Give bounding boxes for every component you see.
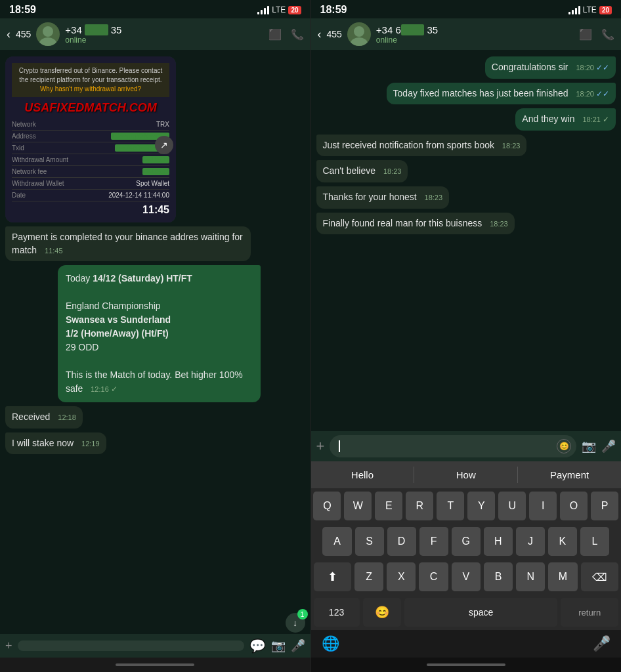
left-contact-info: +34 •••••• 35 online xyxy=(65,24,263,45)
signal-bar-4 xyxy=(267,6,269,14)
key-m[interactable]: M xyxy=(548,562,577,591)
left-phone-icon[interactable]: 📞 xyxy=(291,28,304,41)
key-emoji[interactable]: 😊 xyxy=(363,598,401,627)
key-backspace[interactable]: ⌫ xyxy=(581,562,618,591)
key-g[interactable]: G xyxy=(452,527,481,556)
key-d[interactable]: D xyxy=(387,527,416,556)
win-msg-row: And they win 18:21 ✓ xyxy=(316,108,616,131)
right-camera-icon[interactable]: 📷 xyxy=(582,439,596,453)
believe-message: Can't believe 18:23 xyxy=(316,160,408,182)
believe-time: 18:23 xyxy=(383,167,402,175)
received-text: Received xyxy=(12,411,50,422)
key-r[interactable]: R xyxy=(406,492,433,520)
received-time: 12:18 xyxy=(58,413,76,421)
binance-why-link[interactable]: Why hasn't my withdrawal arrived? xyxy=(17,85,164,94)
left-camera-icon[interactable]: 📷 xyxy=(271,639,286,653)
key-x[interactable]: X xyxy=(387,562,416,591)
suggestion-how[interactable]: How xyxy=(414,467,518,483)
right-back-count: 455 xyxy=(327,29,342,39)
fixed-matches-time: 18:20 ✓✓ xyxy=(576,90,609,98)
right-plus-icon[interactable]: + xyxy=(316,438,325,455)
key-v[interactable]: V xyxy=(452,562,481,591)
key-p[interactable]: P xyxy=(591,492,618,520)
left-contact-status: online xyxy=(65,35,263,45)
key-f[interactable]: F xyxy=(419,527,448,556)
keyboard-row-4: 123 😊 space return xyxy=(311,595,622,630)
match-info-text: Today 14/12 (Saturday) HT/FT England Cha… xyxy=(58,265,261,402)
payment-time: 11:45 xyxy=(45,247,63,255)
binance-network-row: Network TRX xyxy=(12,119,169,131)
finally-text: Finally found real man for this buisness xyxy=(323,218,482,228)
key-return[interactable]: return xyxy=(561,598,618,627)
left-home-bar xyxy=(0,658,310,672)
key-q[interactable]: Q xyxy=(313,492,341,520)
believe-msg-row: Can't believe 18:23 xyxy=(316,160,616,182)
right-phone-icon[interactable]: 📞 xyxy=(601,28,614,41)
fixed-matches-text: Today fixed matches has just been finish… xyxy=(393,88,568,98)
binance-card: Crypto transferred out of Binance. Pleas… xyxy=(5,56,176,222)
key-h[interactable]: H xyxy=(484,527,513,556)
mic-icon-kb[interactable]: 🎤 xyxy=(593,635,610,652)
finally-time: 18:23 xyxy=(490,220,508,228)
match-time: 12:16 ✓ xyxy=(91,385,118,393)
key-s[interactable]: S xyxy=(355,527,384,556)
notification-time: 18:23 xyxy=(502,142,521,150)
binance-time-display: 11:45 xyxy=(12,204,169,216)
scroll-down-button[interactable]: ↓ 1 xyxy=(286,613,305,633)
left-plus-icon[interactable]: + xyxy=(5,639,12,653)
right-mic-icon[interactable]: 🎤 xyxy=(601,439,616,453)
key-123[interactable]: 123 xyxy=(314,598,360,627)
key-a[interactable]: A xyxy=(322,527,351,556)
key-u[interactable]: U xyxy=(498,492,526,520)
key-space[interactable]: space xyxy=(404,598,558,627)
binance-warning: Crypto transferred out of Binance. Pleas… xyxy=(12,63,169,97)
key-l[interactable]: L xyxy=(580,527,609,556)
key-z[interactable]: Z xyxy=(354,562,383,591)
key-c[interactable]: C xyxy=(419,562,448,591)
suggestion-hello[interactable]: Hello xyxy=(311,467,415,483)
share-button[interactable]: ↗ xyxy=(155,136,173,154)
right-chat-body: Congratulations sir 18:20 ✓✓ Today fixed… xyxy=(311,50,622,431)
globe-icon[interactable]: 🌐 xyxy=(322,635,339,652)
r-signal-bar-3 xyxy=(575,8,577,14)
key-t[interactable]: T xyxy=(437,492,464,520)
key-n[interactable]: N xyxy=(516,562,545,591)
left-message-input[interactable] xyxy=(18,640,244,651)
right-message-input[interactable]: 😊 xyxy=(330,435,576,457)
usafixedmatch-logo: USAFIXEDMATCH.COM xyxy=(12,97,169,119)
right-contact-status: online xyxy=(376,35,574,45)
payment-message: Payment is completed to your binance add… xyxy=(5,226,251,261)
binance-txid-row: Txid 2•••74c0••db667••• xyxy=(12,142,169,154)
right-home-bar xyxy=(311,658,622,672)
key-o[interactable]: O xyxy=(560,492,588,520)
key-w[interactable]: W xyxy=(344,492,372,520)
key-e[interactable]: E xyxy=(375,492,402,520)
suggestion-payment[interactable]: Payment xyxy=(518,467,621,483)
svg-point-3 xyxy=(351,37,368,46)
r-signal-bar-2 xyxy=(572,10,574,14)
key-k[interactable]: K xyxy=(548,527,577,556)
sticker-icon-right[interactable]: 😊 xyxy=(557,439,571,453)
left-back-button[interactable]: ‹ xyxy=(7,28,11,41)
signal-bar-2 xyxy=(261,10,263,14)
key-y[interactable]: Y xyxy=(467,492,495,520)
thanks-time: 18:23 xyxy=(425,194,443,201)
fixed-matches-msg-row: Today fixed matches has just been finish… xyxy=(316,83,616,105)
suggestions-row: Hello How Payment xyxy=(311,461,622,488)
right-lte-badge: 20 xyxy=(599,6,612,14)
right-chat-header: ‹ 455 +34 6•••••• 35 online ⬛ 📞 xyxy=(311,18,622,50)
left-mic-icon[interactable]: 🎤 xyxy=(291,639,305,653)
thanks-msg-row: Thanks for your honest 18:23 xyxy=(316,186,616,209)
key-b[interactable]: B xyxy=(484,562,513,591)
right-back-button[interactable]: ‹ xyxy=(318,28,322,41)
right-video-icon[interactable]: ⬛ xyxy=(579,28,592,41)
key-i[interactable]: I xyxy=(529,492,557,520)
key-j[interactable]: J xyxy=(516,527,545,556)
left-sticker-icon[interactable]: 💬 xyxy=(249,638,266,654)
right-time: 18:59 xyxy=(320,4,347,16)
win-text: And they win xyxy=(522,114,574,124)
key-shift[interactable]: ⬆ xyxy=(314,562,351,591)
payment-msg-row: Payment is completed to your binance add… xyxy=(5,226,305,261)
left-video-icon[interactable]: ⬛ xyxy=(268,28,282,41)
r-signal-bar-1 xyxy=(568,12,570,14)
